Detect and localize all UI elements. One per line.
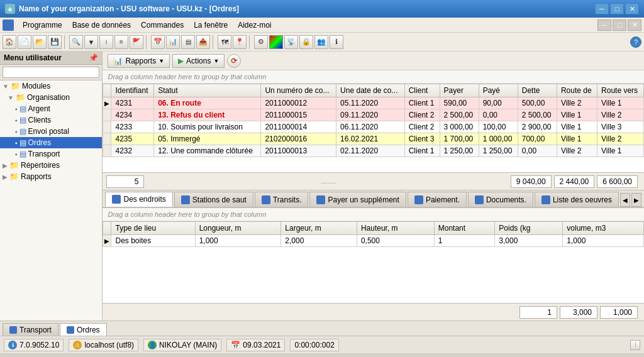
tb-lock[interactable]: 🔒 xyxy=(299,35,313,49)
bcol-poids[interactable]: Poids (kg xyxy=(495,222,563,235)
tb-new[interactable]: 📄 xyxy=(18,35,31,49)
tb-sep-1 xyxy=(64,35,67,49)
bcol-montant[interactable]: Montant xyxy=(434,222,495,235)
bcol-largeur[interactable]: Largeur, m xyxy=(281,222,357,235)
table-row[interactable]: ▶ Des boites 1,000 2,000 0,500 1 3,000 1… xyxy=(103,235,644,247)
tb-settings[interactable]: ⚙ xyxy=(254,35,268,49)
tb-chart[interactable]: 📊 xyxy=(166,35,180,49)
tb-info[interactable]: ℹ xyxy=(330,35,343,49)
bcol-type[interactable]: Type de lieu xyxy=(111,222,195,235)
sidebar-item-organisation[interactable]: ▼ 📁 Organisation xyxy=(0,92,102,103)
col-client[interactable]: Client xyxy=(404,84,440,97)
tb-filter[interactable]: ▼ xyxy=(84,35,98,49)
col-route-de[interactable]: Route de xyxy=(557,84,597,97)
tab-documents[interactable]: Documents. xyxy=(468,192,533,207)
col-payer[interactable]: Payer xyxy=(440,84,479,97)
tb-search[interactable]: 🔍 xyxy=(69,35,83,49)
tab-stations-saut[interactable]: Stations de saut xyxy=(174,192,253,207)
tab-liste-oeuvres[interactable]: Liste des oeuvres xyxy=(535,192,619,207)
tab-transits[interactable]: Transits. xyxy=(255,192,309,207)
sidebar-item-argent[interactable]: ▪ ▤ Argent xyxy=(0,103,102,114)
tb-rss[interactable]: 📡 xyxy=(284,35,298,49)
actions-button[interactable]: ▶ Actions ▼ xyxy=(172,54,225,68)
col-dette[interactable]: Dette xyxy=(518,84,557,97)
col-route-vers[interactable]: Route vers xyxy=(597,84,644,97)
close-button[interactable]: ✕ xyxy=(625,3,639,14)
menu-programme[interactable]: Programme xyxy=(18,19,67,31)
tb-group[interactable]: ≡ xyxy=(114,35,128,49)
rapports-folder-icon: 📁 xyxy=(9,172,19,181)
tb-help[interactable]: ? xyxy=(630,36,641,48)
tab-des-endroits[interactable]: Des endroits xyxy=(105,192,172,207)
tab-nav-next[interactable]: ▶ xyxy=(631,193,641,207)
bcol-hauteur[interactable]: Hauteur, m xyxy=(357,222,434,235)
col-statut[interactable]: Statut xyxy=(154,84,261,97)
menu-minimize[interactable]: ─ xyxy=(597,19,611,31)
sidebar-item-ordres[interactable]: ▪ ▤ Ordres xyxy=(0,137,102,148)
minimize-button[interactable]: ─ xyxy=(595,3,609,14)
tb-flag[interactable]: 🚩 xyxy=(130,35,143,49)
bottom-data-grid[interactable]: Type de lieu Longueur, m Largeur, m Haut… xyxy=(103,221,644,303)
table-row[interactable]: 4233 10. Soumis pour livraison 201100001… xyxy=(103,121,644,133)
cell-id: 4234 xyxy=(111,109,154,121)
cell-payer: 1 700,00 xyxy=(440,133,479,145)
table-row[interactable]: ▶ 4231 06. En route 2011000012 05.11.202… xyxy=(103,97,644,109)
sidebar-item-transport[interactable]: ▪ ▤ Transport xyxy=(0,148,102,160)
tb-export[interactable]: 📤 xyxy=(196,35,210,49)
bcol-volume[interactable]: volume, m3 xyxy=(563,222,644,235)
sidebar-item-rapports[interactable]: ▶ 📁 Rapports xyxy=(0,171,102,182)
tab-nav-prev[interactable]: ◀ xyxy=(620,193,630,207)
menu-close[interactable]: ✕ xyxy=(628,19,641,31)
clients-page-icon: ▤ xyxy=(19,116,26,124)
top-data-grid[interactable]: Identifiant Statut Un numéro de co... Un… xyxy=(103,84,644,172)
tb-color[interactable] xyxy=(269,35,283,49)
tab-payer-supplement[interactable]: Payer un supplément xyxy=(309,192,406,207)
bcell-longueur: 1,000 xyxy=(195,235,281,247)
menu-fenetre[interactable]: La fenêtre xyxy=(189,19,233,31)
tb-open[interactable]: 📂 xyxy=(33,35,47,49)
argent-page-icon: ▤ xyxy=(19,104,26,113)
menu-aidez[interactable]: Aidez-moi xyxy=(233,19,276,31)
tb-calendar[interactable]: 📅 xyxy=(151,35,165,49)
tb-sep-2 xyxy=(146,35,148,49)
bottom-tab-ordres[interactable]: Ordres xyxy=(60,323,107,336)
table-row[interactable]: 4232 12. Une commande clôturée 201100001… xyxy=(103,145,644,157)
menu-base-donnees[interactable]: Base de données xyxy=(67,19,136,31)
status-expand-btn[interactable]: ⋮ xyxy=(630,340,640,350)
rapports-button[interactable]: 📊 Rapports ▼ xyxy=(108,54,170,68)
col-date[interactable]: Une date de co... xyxy=(336,84,405,97)
sidebar: Menu utilisateur 📌 ▼ 📁 Modules ▼ 📁 Organ… xyxy=(0,52,103,321)
cell-paye: 90,00 xyxy=(479,97,518,109)
table-row[interactable]: 4235 05. Immergé 2102000016 16.02.2021 C… xyxy=(103,133,644,145)
menu-restore[interactable]: □ xyxy=(613,19,626,31)
menu-commandes[interactable]: Commandes xyxy=(136,19,189,31)
refresh-button[interactable]: ⟳ xyxy=(227,54,241,68)
tab-paiement[interactable]: Paiement. xyxy=(408,192,467,207)
orders-table: Identifiant Statut Un numéro de co... Un… xyxy=(103,84,644,157)
col-numero[interactable]: Un numéro de co... xyxy=(261,84,336,97)
bcol-longueur[interactable]: Longueur, m xyxy=(195,222,281,235)
sidebar-item-repertoires[interactable]: ▶ 📁 Répertoires xyxy=(0,160,102,171)
rapports-icon: 📊 xyxy=(113,57,123,65)
tb-save[interactable]: 💾 xyxy=(48,35,62,49)
col-paye[interactable]: Payé xyxy=(479,84,518,97)
tb-map[interactable]: 🗺 xyxy=(218,35,231,49)
tb-marker[interactable]: 📍 xyxy=(233,35,247,49)
cell-numero: 2102000016 xyxy=(261,133,336,145)
bottom-tab-transport[interactable]: Transport xyxy=(3,323,58,336)
col-identifiant[interactable]: Identifiant xyxy=(111,84,154,97)
sidebar-pin-icon[interactable]: 📌 xyxy=(89,53,98,62)
row-arrow-cell xyxy=(103,145,111,157)
tb-list[interactable]: ▤ xyxy=(181,35,195,49)
sidebar-search-input[interactable] xyxy=(3,67,99,78)
sidebar-item-modules[interactable]: ▼ 📁 Modules xyxy=(0,80,102,92)
sidebar-item-clients[interactable]: ▪ ▤ Clients xyxy=(0,114,102,126)
tb-home[interactable]: 🏠 xyxy=(3,35,16,49)
tb-sort[interactable]: ↕ xyxy=(99,35,113,49)
table-row[interactable]: 4234 13. Refus du client 2011000015 09.1… xyxy=(103,109,644,121)
cell-date: 09.11.2020 xyxy=(336,109,405,121)
refresh-icon: ⟳ xyxy=(231,57,237,65)
sidebar-item-envoi-postal[interactable]: ▪ ▤ Envoi postal xyxy=(0,126,102,137)
maximize-button[interactable]: □ xyxy=(610,3,624,14)
tb-users[interactable]: 👥 xyxy=(314,35,328,49)
